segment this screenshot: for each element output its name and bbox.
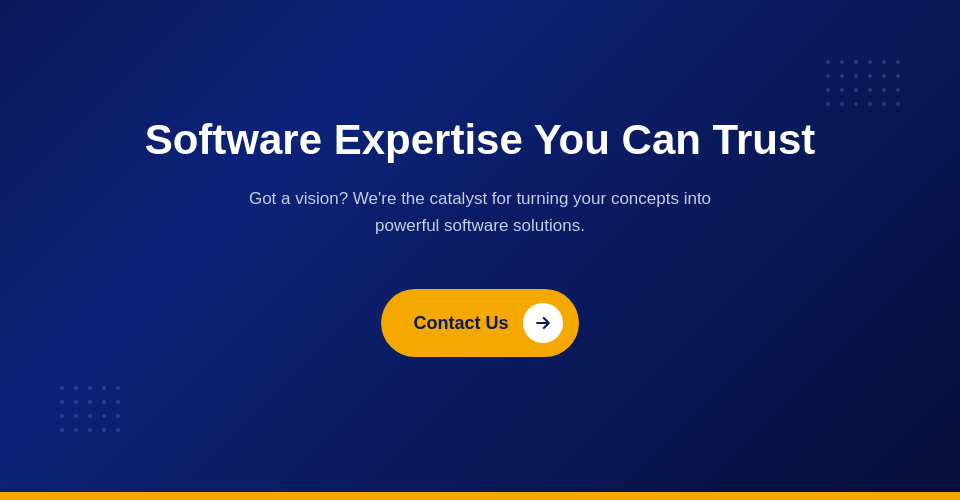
- decorative-dot: [116, 414, 120, 418]
- decorative-dot: [88, 414, 92, 418]
- dots-bottom-left: [60, 386, 120, 432]
- decorative-dot: [102, 400, 106, 404]
- decorative-dot: [60, 414, 64, 418]
- decorative-dot: [840, 60, 844, 64]
- decorative-dot: [74, 414, 78, 418]
- decorative-dot: [868, 102, 872, 106]
- decorative-dot: [60, 428, 64, 432]
- decorative-dot: [868, 60, 872, 64]
- decorative-dot: [882, 102, 886, 106]
- gold-bar: [0, 492, 960, 500]
- decorative-dot: [854, 74, 858, 78]
- decorative-dot: [74, 428, 78, 432]
- cta-button-label: Contact Us: [413, 313, 508, 334]
- decorative-dot: [116, 400, 120, 404]
- decorative-dot: [896, 74, 900, 78]
- decorative-dot: [88, 428, 92, 432]
- decorative-dot: [60, 400, 64, 404]
- decorative-dot: [868, 74, 872, 78]
- page-wrapper: Software Expertise You Can Trust Got a v…: [0, 0, 960, 500]
- decorative-dot: [102, 428, 106, 432]
- arrow-right-icon: [533, 313, 553, 333]
- decorative-dot: [60, 386, 64, 390]
- decorative-dot: [882, 88, 886, 92]
- decorative-dot: [854, 88, 858, 92]
- decorative-dot: [74, 400, 78, 404]
- decorative-dot: [840, 102, 844, 106]
- decorative-dot: [102, 414, 106, 418]
- decorative-dot: [854, 102, 858, 106]
- decorative-dot: [116, 428, 120, 432]
- decorative-dot: [896, 60, 900, 64]
- decorative-dot: [854, 60, 858, 64]
- decorative-dot: [840, 74, 844, 78]
- decorative-dot: [88, 400, 92, 404]
- decorative-dot: [102, 386, 106, 390]
- decorative-dot: [840, 88, 844, 92]
- decorative-dot: [882, 74, 886, 78]
- contact-us-button[interactable]: Contact Us: [381, 289, 578, 357]
- decorative-dot: [116, 386, 120, 390]
- decorative-dot: [882, 60, 886, 64]
- decorative-dot: [896, 88, 900, 92]
- decorative-dot: [826, 102, 830, 106]
- decorative-dot: [868, 88, 872, 92]
- decorative-dot: [74, 386, 78, 390]
- decorative-dot: [896, 102, 900, 106]
- decorative-dot: [88, 386, 92, 390]
- decorative-dot: [826, 88, 830, 92]
- decorative-dot: [826, 74, 830, 78]
- decorative-dot: [826, 60, 830, 64]
- dots-top-right: [826, 60, 900, 106]
- hero-section: Software Expertise You Can Trust Got a v…: [0, 0, 960, 492]
- cta-arrow-circle: [523, 303, 563, 343]
- hero-title: Software Expertise You Can Trust: [145, 115, 816, 165]
- hero-subtitle: Got a vision? We're the catalyst for tur…: [220, 185, 740, 239]
